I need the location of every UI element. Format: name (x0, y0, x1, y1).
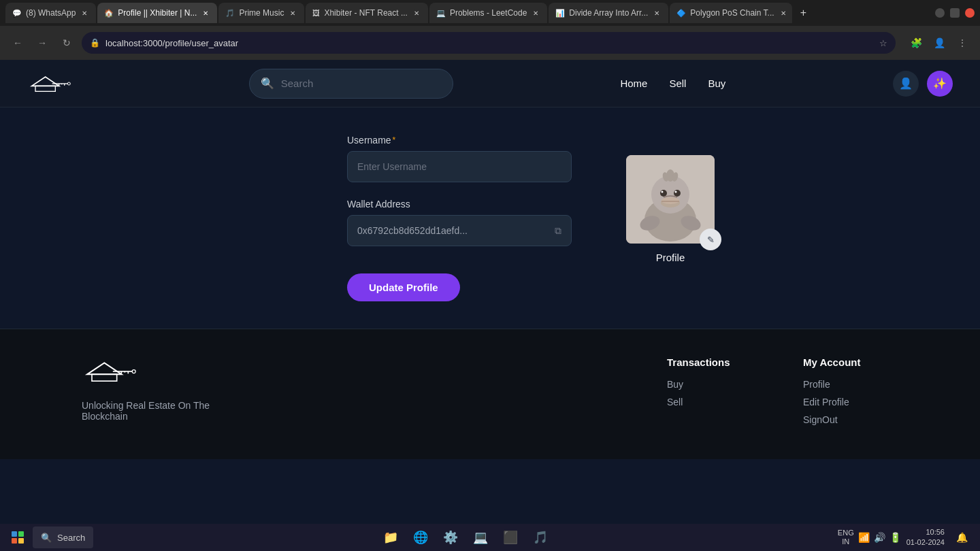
xhibiter-favicon: 🖼 (312, 9, 320, 17)
profile-button[interactable]: 👤 (930, 33, 949, 52)
reload-button[interactable]: ↻ (57, 33, 76, 52)
tab-prime-label: Prime Music (239, 8, 284, 18)
pencil-icon: ✎ (707, 235, 715, 245)
address-bar-icons: ☆ (879, 38, 887, 48)
avatar-image (626, 155, 715, 244)
taskbar-file-explorer[interactable]: 📁 (377, 524, 404, 551)
vscode-icon: 💻 (473, 530, 488, 545)
footer-edit-profile-link[interactable]: Edit Profile (803, 397, 898, 407)
search-icon: 🔍 (261, 77, 274, 90)
wallet-input[interactable]: 0x6792cb8d652dd1aefd... ⧉ (347, 215, 572, 246)
username-label: Username* (347, 135, 572, 146)
tab-xhibiter-label: Xhibiter - NFT React ... (324, 8, 407, 18)
notification-icon: 🔔 (956, 532, 968, 543)
prime-favicon: 🎵 (225, 9, 235, 18)
tab-xhibiter[interactable]: 🖼 Xhibiter - NFT React ... ✕ (306, 3, 427, 23)
menu-button[interactable]: ⋮ (953, 33, 972, 52)
profile-avatar-section: ✎ Profile (626, 155, 715, 263)
wallet-value: 0x6792cb8d652dd1aefd... (357, 225, 468, 236)
user-icon: 👤 (899, 77, 913, 90)
wallet-label: Wallet Address (347, 199, 572, 210)
lock-icon: 🔒 (90, 38, 100, 48)
file-explorer-icon: 📁 (383, 530, 398, 545)
taskbar-settings[interactable]: ⚙️ (437, 524, 464, 551)
tab-divide-label: Divide Array Into Arr... (569, 8, 648, 18)
clock-time: 10:56 (906, 527, 945, 537)
tab-prime-close[interactable]: ✕ (288, 8, 297, 18)
browser-actions: 🧩 👤 ⋮ (906, 33, 972, 52)
wallet-field-group: Wallet Address 0x6792cb8d652dd1aefd... ⧉ (347, 199, 572, 246)
star-icon[interactable]: ☆ (879, 38, 887, 48)
spotify-icon: 🎵 (533, 530, 548, 545)
tab-xhibiter-close[interactable]: ✕ (412, 8, 421, 18)
forward-button[interactable]: → (33, 33, 52, 52)
tab-profile-close[interactable]: ✕ (201, 8, 210, 18)
maximize-button[interactable] (950, 8, 960, 18)
username-input[interactable]: Enter Username (347, 151, 572, 182)
tab-whatsapp-label: (8) WhatsApp (26, 8, 76, 18)
svg-rect-23 (92, 374, 117, 381)
start-button[interactable] (5, 525, 30, 550)
copy-icon[interactable]: ⧉ (555, 225, 561, 237)
new-tab-button[interactable]: + (794, 3, 813, 22)
tab-polygon-label: Polygon PoS Chain T... (690, 8, 774, 18)
minimize-button[interactable] (935, 8, 945, 18)
wifi-icon[interactable]: 📶 (858, 532, 870, 543)
tab-polygon[interactable]: 🔷 Polygon PoS Chain T... ✕ (670, 3, 792, 23)
battery-icon[interactable]: 🔋 (889, 532, 901, 543)
extensions-button[interactable]: 🧩 (906, 33, 926, 52)
windows-logo-icon (12, 531, 24, 544)
update-profile-button[interactable]: Update Profile (347, 273, 460, 301)
wallet-icon-button[interactable]: ✨ (927, 71, 953, 97)
taskbar-search[interactable]: 🔍 Search (33, 527, 93, 548)
taskbar-terminal[interactable]: ⬛ (497, 524, 524, 551)
taskbar-left: 🔍 Search (5, 525, 93, 550)
tab-whatsapp[interactable]: 💬 (8) WhatsApp ✕ (5, 3, 96, 23)
form-section: Username* Enter Username Wallet Address … (347, 135, 572, 301)
profile-section-label: Profile (656, 252, 685, 263)
website-content: 🔍 Search Home Sell Buy 👤 ✨ Username* (0, 60, 980, 524)
tab-whatsapp-close[interactable]: ✕ (80, 8, 89, 18)
footer-account-col: My Account Profile Edit Profile SignOut (803, 356, 898, 432)
tab-leetcode-label: Problems - LeetCode (450, 8, 527, 18)
tab-profile[interactable]: 🏠 Profile || Xhibiter | N... ✕ (97, 3, 217, 23)
search-bar[interactable]: 🔍 Search (249, 69, 453, 99)
back-button[interactable]: ← (8, 33, 27, 52)
browser-chrome: 💬 (8) WhatsApp ✕ 🏠 Profile || Xhibiter |… (0, 0, 980, 60)
tab-leetcode-close[interactable]: ✕ (531, 8, 540, 18)
volume-icon[interactable]: 🔊 (874, 532, 885, 543)
taskbar-spotify[interactable]: 🎵 (527, 524, 554, 551)
nav-links: Home Sell Buy (620, 78, 725, 89)
footer-profile-link[interactable]: Profile (803, 379, 898, 390)
footer-buy-link[interactable]: Buy (667, 379, 762, 390)
tab-leetcode[interactable]: 💻 Problems - LeetCode ✕ (429, 3, 547, 23)
profile-favicon: 🏠 (104, 9, 114, 18)
language-indicator: ENGIN (838, 529, 854, 546)
clock-date: 01-02-2024 (906, 537, 945, 548)
svg-point-15 (662, 191, 664, 193)
tab-prime[interactable]: 🎵 Prime Music ✕ (218, 3, 304, 23)
sparkle-icon: ✨ (933, 77, 947, 90)
svg-rect-1 (35, 86, 55, 91)
nav-sell[interactable]: Sell (669, 78, 686, 89)
leetcode-favicon: 💻 (436, 9, 446, 18)
tab-divide-close[interactable]: ✕ (652, 8, 662, 18)
tab-bar: 💬 (8) WhatsApp ✕ 🏠 Profile || Xhibiter |… (0, 0, 980, 26)
tab-divide[interactable]: 📊 Divide Array Into Arr... ✕ (549, 3, 668, 23)
nav-icons: 👤 ✨ (893, 71, 953, 97)
notification-button[interactable]: 🔔 (950, 525, 975, 550)
nav-buy[interactable]: Buy (708, 78, 725, 89)
close-button[interactable] (965, 8, 975, 18)
footer-signout-link[interactable]: SignOut (803, 414, 898, 425)
nav-home[interactable]: Home (620, 78, 647, 89)
footer-sell-link[interactable]: Sell (667, 397, 762, 407)
chrome-icon: 🌐 (413, 530, 428, 545)
tab-polygon-close[interactable]: ✕ (779, 8, 788, 18)
taskbar-vscode[interactable]: 💻 (467, 524, 494, 551)
avatar-edit-button[interactable]: ✎ (700, 229, 721, 250)
taskbar-chrome[interactable]: 🌐 (407, 524, 434, 551)
address-bar[interactable]: 🔒 localhost:3000/profile/user_avatar ☆ (82, 32, 896, 54)
username-placeholder: Enter Username (357, 161, 427, 172)
user-icon-button[interactable]: 👤 (893, 71, 919, 97)
tab-profile-label: Profile || Xhibiter | N... (118, 8, 197, 18)
